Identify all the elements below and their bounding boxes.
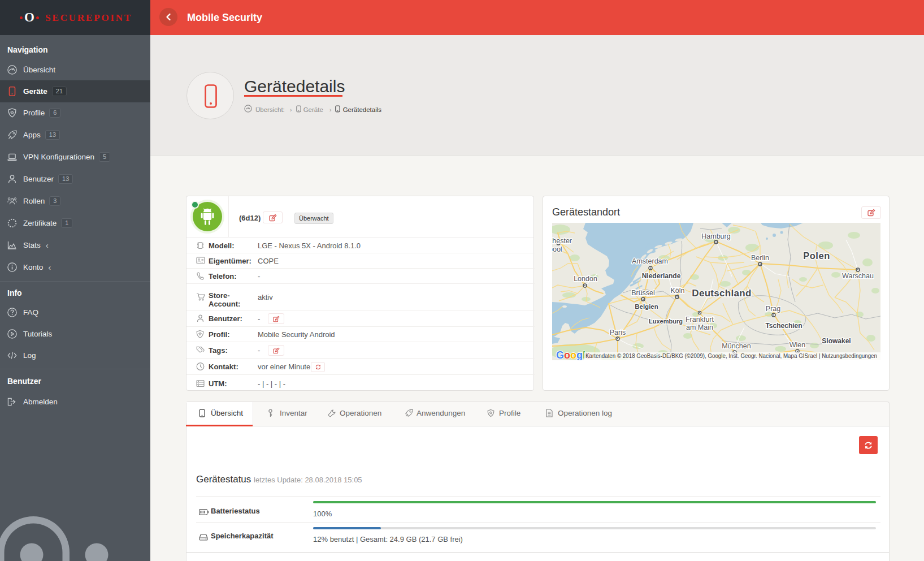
svg-text:Hamburg: Hamburg [701,232,730,240]
svg-text:chester: chester [552,237,572,245]
svg-text:pool: pool [552,245,562,253]
svg-text:Slowakei: Slowakei [822,337,851,345]
svg-text:Brüssel: Brüssel [631,289,655,297]
svg-text:Prag: Prag [766,305,780,313]
svg-text:München: München [722,342,751,350]
svg-text:Belgien: Belgien [635,303,658,310]
svg-text:Frankfurt: Frankfurt [686,316,714,323]
svg-text:Luxemburg: Luxemburg [649,318,683,325]
svg-text:Niederlande: Niederlande [642,272,681,280]
svg-text:am Main: am Main [686,323,713,331]
svg-text:Tschechien: Tschechien [765,322,802,330]
svg-text:London: London [574,275,597,283]
svg-text:Polen: Polen [803,251,830,261]
svg-text:Berlin: Berlin [751,254,769,262]
svg-text:Kartendaten © 2018 GeoBasis-DE: Kartendaten © 2018 GeoBasis-DE/BKG (©200… [585,353,877,359]
svg-text:Warschau: Warschau [842,272,874,280]
svg-text:Köln: Köln [670,287,684,295]
svg-text:Wien: Wien [789,341,806,349]
svg-text:Deutschland: Deutschland [692,288,751,299]
svg-text:Amsterdam: Amsterdam [632,257,668,265]
svg-text:Paris: Paris [610,329,626,336]
